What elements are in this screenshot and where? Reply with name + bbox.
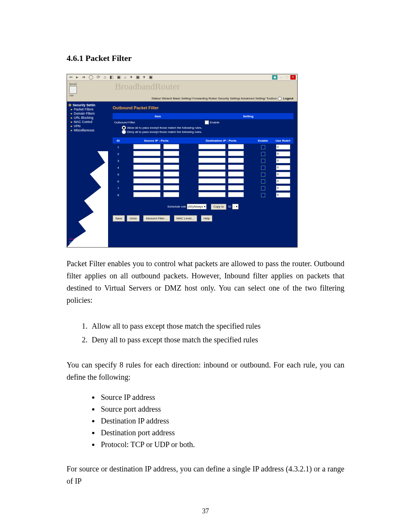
policy-deny-label: Deny all to pass except those match the …: [127, 130, 202, 134]
enable-checkbox[interactable]: [205, 120, 209, 125]
dst-ip-input[interactable]: [198, 178, 226, 184]
chevron-right-icon: ▸: [71, 128, 73, 132]
src-ip-input[interactable]: [133, 144, 161, 149]
dst-port-input[interactable]: [228, 185, 244, 190]
rule-enable-checkbox[interactable]: [261, 166, 265, 170]
policy-allow-row[interactable]: Allow all to pass except those match the…: [114, 126, 293, 130]
dst-ip-input[interactable]: [198, 185, 226, 190]
enable-label: Enable: [210, 120, 220, 124]
list-item: Source IP address: [99, 391, 344, 403]
rule-id: 4: [113, 164, 124, 171]
rule-id: 8: [113, 192, 124, 198]
use-rule-input[interactable]: 0: [276, 172, 290, 177]
chevron-right-icon: ▸: [71, 112, 73, 115]
enable-cell[interactable]: Enable: [203, 119, 294, 125]
policy-deny-row[interactable]: Deny all to pass except those match the …: [114, 130, 293, 134]
dst-ip-input[interactable]: [198, 158, 226, 163]
col-dst: Destination IP : Ports: [189, 137, 253, 144]
sidebar-item-packet-filters[interactable]: ▸Packet Filters: [67, 107, 108, 111]
undo-button[interactable]: Undo: [127, 215, 139, 222]
src-ip-input[interactable]: [133, 158, 161, 163]
radio-allow-icon[interactable]: [122, 126, 126, 130]
copy-id-label: ID: [228, 205, 231, 208]
rule-enable-checkbox[interactable]: [261, 179, 265, 184]
toolbar-icons[interactable]: ⇐ ▸ ➔ ◯ ⟳ ⌂ ◧ ▣ ⌕ ▾ ▣ ▾ ▣: [69, 75, 154, 80]
src-ip-input[interactable]: [133, 192, 161, 197]
rule-enable-checkbox[interactable]: [261, 193, 265, 197]
src-port-input[interactable]: [163, 192, 179, 197]
dst-ip-input[interactable]: [198, 151, 226, 156]
use-rule-input[interactable]: 0: [276, 151, 290, 157]
src-port-input[interactable]: [163, 165, 179, 170]
sidebar: ✿ Security Settin ▸Packet Filters ▸Domai…: [67, 102, 108, 247]
rule-enable-checkbox[interactable]: [261, 186, 265, 190]
dst-port-input[interactable]: [228, 165, 244, 170]
src-ip-input[interactable]: [133, 178, 161, 184]
mac-level-button[interactable]: MAC Level…: [174, 215, 197, 222]
sidebar-item-label: Domain Filters: [74, 112, 95, 115]
close-icon[interactable]: ×: [290, 75, 296, 80]
rule-enable-checkbox[interactable]: [261, 145, 265, 149]
sidebar-header[interactable]: ✿ Security Settin: [67, 103, 108, 107]
help-button[interactable]: Help: [201, 215, 212, 222]
dst-port-input[interactable]: [228, 192, 244, 197]
src-port-input[interactable]: [163, 151, 179, 156]
schedule-select[interactable]: (00)Always ▾: [187, 204, 207, 209]
schedule-label: Schedule rule: [167, 205, 186, 208]
breadcrumb[interactable]: Status/ Wizard/ Basic Setting/ Forwardin…: [67, 96, 297, 102]
src-ip-input[interactable]: [133, 185, 161, 190]
dst-port-input[interactable]: [228, 158, 244, 163]
table-row: 7::0: [113, 185, 293, 192]
save-button[interactable]: Save: [113, 215, 125, 222]
sidebar-item-misc[interactable]: ▸Miscellaneous: [67, 128, 108, 132]
src-ip-input[interactable]: [133, 171, 161, 177]
src-port-input[interactable]: [163, 185, 179, 190]
use-rule-input[interactable]: 0: [276, 192, 290, 198]
rule-enable-checkbox[interactable]: [261, 152, 265, 156]
rule-enable-checkbox[interactable]: [261, 159, 265, 163]
use-rule-input[interactable]: 0: [276, 144, 290, 150]
col-enable: Enable: [253, 137, 272, 144]
dst-ip-input[interactable]: [198, 171, 226, 177]
logout-radio-icon[interactable]: [278, 97, 282, 101]
minimize-icon[interactable]: –: [278, 75, 284, 80]
use-rule-input[interactable]: 0: [276, 179, 290, 184]
table-row: 6::0: [113, 178, 293, 185]
dst-port-input[interactable]: [228, 171, 244, 177]
radio-deny-icon[interactable]: [122, 130, 126, 134]
rule-enable-checkbox[interactable]: [261, 173, 265, 177]
dst-port-input[interactable]: [228, 151, 244, 156]
breadcrumb-links[interactable]: Status/ Wizard/ Basic Setting/ Forwardin…: [151, 97, 278, 100]
copy-id-select[interactable]: -- ▾: [232, 204, 239, 209]
table-row: 8::0: [113, 192, 293, 198]
inbound-filter-button[interactable]: Inbound Filter…: [143, 215, 170, 222]
brand-logo-text: level: [69, 82, 82, 86]
dst-ip-input[interactable]: [198, 192, 226, 197]
dst-port-input[interactable]: [228, 178, 244, 184]
use-rule-input[interactable]: 0: [276, 165, 290, 170]
sidebar-item-vpn[interactable]: ▸VPN: [67, 124, 108, 128]
table-row: 2::0: [113, 150, 293, 157]
src-ip-input[interactable]: [133, 165, 161, 170]
dst-ip-input[interactable]: [198, 165, 226, 170]
logout-link[interactable]: Logout: [283, 97, 293, 100]
use-rule-input[interactable]: 0: [276, 158, 290, 163]
src-port-input[interactable]: [163, 158, 179, 163]
maximize-icon[interactable]: □: [284, 75, 290, 80]
src-port-input[interactable]: [163, 178, 179, 184]
dst-ip-input[interactable]: [198, 144, 226, 149]
sidebar-item-domain-filters[interactable]: ▸Domain Filters: [67, 112, 108, 115]
col-id: ID: [113, 137, 124, 144]
src-port-input[interactable]: [163, 171, 179, 177]
src-ip-input[interactable]: [133, 151, 161, 156]
copy-to-button[interactable]: Copy to: [211, 204, 227, 210]
chevron-right-icon: ▸: [71, 107, 73, 111]
window-controls[interactable]: ■ – □ ×: [272, 74, 296, 80]
use-rule-input[interactable]: 0: [276, 185, 290, 191]
dst-port-input[interactable]: [228, 144, 244, 149]
rule-id: 3: [113, 157, 124, 164]
ordered-list: Allow all to pass except those match the…: [79, 319, 344, 347]
sidebar-item-mac-control[interactable]: ▸MAC Control: [67, 120, 108, 124]
src-port-input[interactable]: [163, 144, 179, 149]
sidebar-item-url-blocking[interactable]: ▸URL Blocking: [67, 116, 108, 120]
